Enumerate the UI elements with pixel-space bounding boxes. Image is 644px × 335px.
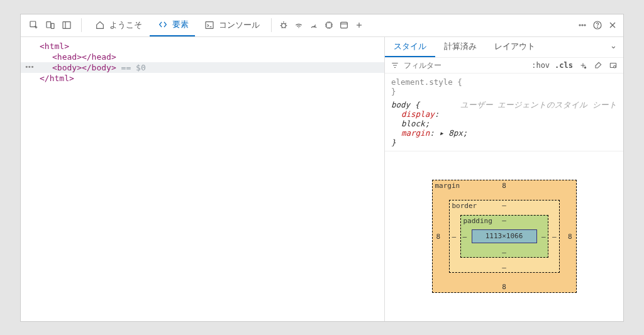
dom-line[interactable]: <html>	[21, 41, 384, 52]
element-style-rule[interactable]: element.style {	[391, 77, 617, 87]
more-icon[interactable]	[575, 18, 589, 32]
svg-rect-2	[51, 23, 54, 28]
home-icon	[93, 18, 107, 32]
colon: :	[430, 128, 439, 138]
tab-console[interactable]: コンソール	[196, 14, 266, 36]
hov-toggle[interactable]: :hov	[531, 61, 550, 70]
cls-label: .cls	[555, 61, 573, 70]
styles-sidebar: スタイル 計算済み レイアウト ⌄ :hov .cls element.styl…	[384, 37, 623, 321]
dom-line[interactable]: </html>	[21, 73, 384, 84]
box-model[interactable]: margin 8 8 8 8 border – – – – padding	[432, 180, 577, 293]
bug-icon[interactable]	[277, 18, 291, 32]
body-rule[interactable]: body { ユーザー エージェントのスタイル シート	[391, 100, 617, 109]
bm-margin-label: margin	[435, 182, 460, 190]
main-toolbar: ようこそ 要素 コンソール	[21, 14, 623, 37]
separator	[81, 18, 82, 32]
css-value: block	[401, 119, 425, 128]
css-prop: display	[401, 109, 435, 119]
svg-rect-5	[206, 22, 213, 29]
tab-layout[interactable]: レイアウト	[486, 37, 544, 57]
bm-border-label: border	[452, 202, 477, 210]
close-icon[interactable]	[606, 18, 619, 32]
bm-padding-bottom: –	[502, 248, 506, 256]
styles-tabs: スタイル 計算済み レイアウト ⌄	[385, 37, 623, 58]
html-close-tag: </html>	[40, 74, 74, 83]
bm-border-bottom: –	[502, 263, 506, 272]
memory-icon[interactable]	[322, 18, 336, 32]
tabs-spacer	[544, 37, 604, 57]
chevron-down-icon[interactable]: ⌄	[604, 37, 623, 57]
bm-border-top: –	[502, 201, 506, 209]
svg-rect-3	[63, 22, 70, 29]
bm-padding[interactable]: padding – – – – 1113×1066	[460, 215, 548, 258]
svg-rect-9	[341, 22, 348, 28]
svg-point-15	[584, 25, 586, 26]
tab-elements[interactable]: 要素	[150, 14, 195, 36]
css-declaration[interactable]: margin: ▸ 8px;	[391, 128, 617, 138]
svg-rect-8	[326, 23, 331, 28]
device-toggle-icon[interactable]	[43, 18, 57, 32]
new-style-icon[interactable]	[578, 60, 588, 70]
semi: ;	[425, 119, 430, 128]
rule-open: element.style {	[391, 77, 462, 87]
bm-margin[interactable]: margin 8 8 8 8 border – – – – padding	[432, 180, 577, 293]
dom-selection-marker: == $0	[116, 63, 146, 72]
head-tag: <head></head>	[52, 52, 116, 62]
bm-padding-right: –	[541, 232, 546, 240]
svg-point-17	[597, 27, 598, 28]
filter-input[interactable]	[404, 61, 526, 70]
rule-selector: body {	[391, 100, 419, 109]
tab-welcome-label: ようこそ	[109, 19, 142, 31]
bm-content[interactable]: 1113×1066	[472, 229, 537, 243]
rule-close: }	[391, 138, 617, 147]
tab-welcome[interactable]: ようこそ	[87, 14, 148, 36]
svg-rect-1	[47, 22, 51, 28]
add-tab-icon[interactable]	[352, 18, 366, 32]
panel-icon[interactable]	[60, 18, 74, 32]
css-prop: margin	[401, 128, 430, 138]
brush-icon[interactable]	[593, 60, 603, 70]
bm-padding-label: padding	[464, 217, 492, 225]
code-icon	[156, 18, 170, 31]
svg-point-13	[579, 25, 580, 26]
bm-margin-left: 8	[436, 232, 441, 240]
svg-point-14	[582, 25, 583, 26]
html-tag: <html>	[40, 41, 69, 51]
bm-padding-top: –	[502, 216, 506, 224]
bm-margin-top: 8	[502, 182, 506, 190]
bm-border[interactable]: border – – – – padding – – – – 11	[449, 200, 560, 273]
css-declaration[interactable]: display: block;	[391, 109, 617, 128]
tab-elements-label: 要素	[172, 19, 189, 30]
rule-close: }	[391, 87, 617, 96]
bm-border-right: –	[552, 232, 557, 240]
devtools-window: ようこそ 要素 コンソール <html> <head></head> <body…	[20, 14, 624, 322]
dom-tree[interactable]: <html> <head></head> <body></body> == $0…	[21, 37, 384, 321]
bm-margin-bottom: 8	[502, 283, 506, 291]
styles-filter-bar: :hov .cls	[385, 58, 623, 74]
inspect-element-icon[interactable]	[27, 18, 41, 32]
bm-margin-right: 8	[568, 232, 572, 240]
styles-rules: element.style { } body { ユーザー エージェントのスタイ…	[385, 74, 623, 151]
tab-computed[interactable]: 計算済み	[435, 37, 486, 57]
box-model-view: margin 8 8 8 8 border – – – – padding	[385, 151, 623, 321]
dom-line-selected[interactable]: <body></body> == $0	[21, 62, 384, 73]
svg-point-24	[614, 65, 616, 68]
application-icon[interactable]	[337, 18, 351, 32]
cls-toggle[interactable]: .cls	[555, 61, 573, 70]
dom-line[interactable]: <head></head>	[21, 52, 384, 62]
inspect-tools	[25, 18, 76, 32]
main-area: <html> <head></head> <body></body> == $0…	[21, 37, 623, 321]
network-icon[interactable]	[292, 18, 306, 32]
separator	[271, 18, 272, 32]
bm-border-left: –	[452, 232, 457, 240]
console-icon	[203, 18, 216, 32]
semi: ;	[463, 128, 468, 138]
bm-content-size: 1113×1066	[486, 232, 523, 240]
bm-padding-left: –	[463, 232, 467, 240]
performance-icon[interactable]	[307, 18, 321, 32]
help-icon[interactable]	[591, 18, 604, 32]
body-close-tag: </body>	[82, 63, 116, 72]
flex-icon[interactable]	[608, 60, 618, 70]
tab-styles[interactable]: スタイル	[385, 37, 435, 57]
expand-triangle-icon[interactable]: ▸	[439, 128, 448, 138]
